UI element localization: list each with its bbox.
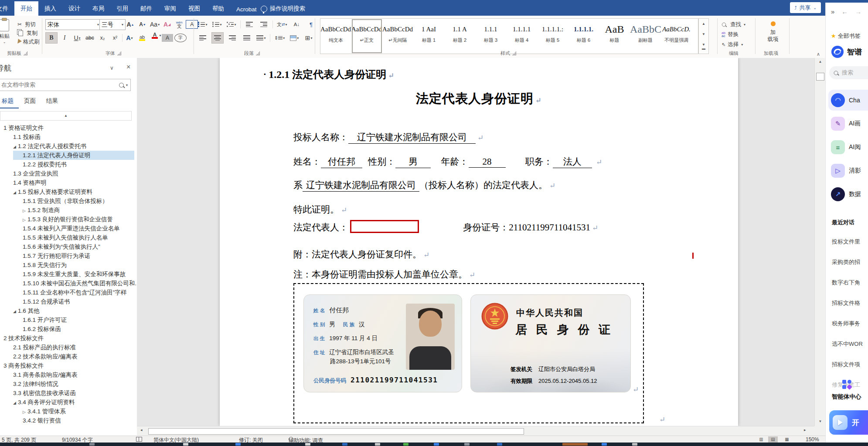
dialog-launcher-icon[interactable] [256, 51, 260, 55]
sidebar-app-read[interactable]: ≡AI阅 [828, 137, 868, 158]
tab-布局[interactable]: 布局 [86, 1, 110, 16]
zoom-level[interactable]: 150% [806, 436, 819, 443]
scroll-right-icon[interactable]: ▸ [804, 428, 806, 432]
nav-tree-item[interactable]: 1.2.1 法定代表人身份证明 [0, 151, 137, 160]
forward-icon[interactable]: → [855, 8, 861, 15]
nav-jump-top-button[interactable]: ▲ [0, 111, 132, 121]
replace-button[interactable]: abac替换 [722, 30, 745, 39]
sort-button[interactable]: A↓ [291, 19, 303, 30]
tab-视图[interactable]: 视图 [182, 1, 206, 16]
style-item[interactable]: 1.1.1.1标题 4 [506, 19, 537, 54]
collapse-arrow-icon[interactable]: ▷ [23, 218, 26, 222]
nav-tree-item[interactable]: 1.5.12 合规承诺书 [0, 297, 137, 306]
select-button[interactable]: ⇖选择▾ [722, 40, 745, 49]
taskbar-app-icon[interactable] [632, 443, 637, 446]
expand-arrow-icon[interactable]: ◢ [13, 309, 16, 314]
vertical-scroll-thumb[interactable] [816, 73, 824, 81]
chevron-down-icon[interactable]: ∨ [110, 65, 114, 71]
web-layout-button[interactable]: ▦ [782, 436, 792, 443]
nav-search-input[interactable]: 在文档中搜索 ▾ [0, 79, 131, 91]
collapse-ribbon-button[interactable]: ∧ [817, 51, 820, 57]
recent-chat-item[interactable]: 采购类的招 [832, 258, 868, 266]
decrease-indent-button[interactable] [244, 19, 255, 30]
superscript-button[interactable]: x² [109, 33, 121, 43]
nav-tree-item[interactable]: 3.3 机密信息接收承诺函 [0, 389, 137, 398]
nav-tab-结果[interactable]: 结果 [41, 95, 63, 108]
borders-button[interactable]: ⊞▾ [303, 33, 314, 43]
increase-indent-button[interactable] [258, 19, 269, 30]
cut-button[interactable]: ✂剪切 [17, 20, 40, 29]
style-item[interactable]: AaB标题 [599, 19, 630, 54]
multilevel-list-button[interactable]: ▾ [226, 19, 237, 30]
nav-tree-item[interactable]: 3 商务投标文件 [0, 361, 137, 370]
nav-tab-标题[interactable]: 标题 [0, 95, 19, 108]
nav-tree-item[interactable]: 2.2 技术条款响应/偏离表 [0, 352, 137, 361]
find-button[interactable]: 查找▾ [722, 20, 745, 29]
font-color-button[interactable]: A▾ [149, 33, 160, 43]
nav-tree-item[interactable]: ▷1.5.3 良好的银行资信和企业信誉 [0, 215, 137, 224]
recent-chat-item[interactable]: 税务师事务 [832, 320, 868, 328]
asian-layout-button[interactable]: 文⇄▾ [276, 19, 288, 30]
nav-tree-item[interactable]: 1.5.10 未被中国石油天然气集团有限公司和... [0, 279, 137, 288]
font-size-combo[interactable]: 三号▾ [99, 19, 126, 30]
numbering-button[interactable]: ▾ [211, 19, 223, 30]
taskbar-app-icon[interactable] [562, 443, 588, 446]
dialog-launcher-icon[interactable] [24, 51, 27, 55]
shrink-font-button[interactable]: A▼ [137, 19, 148, 30]
scroll-down-icon[interactable]: ▼ [815, 419, 826, 423]
collapse-arrow-icon[interactable]: ▷ [23, 209, 26, 213]
nav-tree-item[interactable]: ▷1.5.2 制造商 [0, 206, 137, 215]
taskbar-app-icon[interactable] [305, 443, 310, 446]
nav-tree-item[interactable]: 1.5.11 企业名称中不包含“辽河油田”字样 [0, 288, 137, 297]
collapse-arrow-icon[interactable]: ▷ [23, 410, 26, 414]
scroll-up-icon[interactable]: ▲ [815, 60, 826, 64]
underline-button[interactable]: U▾ [71, 33, 83, 43]
style-item[interactable]: 1.1 A标题 2 [444, 19, 475, 54]
italic-button[interactable]: I [59, 33, 70, 43]
agent-center-item[interactable]: 智能体中心 [832, 393, 861, 401]
taskbar-app-icon[interactable] [464, 443, 470, 446]
print-layout-button[interactable]: ▤ [768, 436, 778, 443]
dialog-launcher-icon[interactable] [512, 51, 516, 55]
strikethrough-button[interactable]: abc [84, 33, 95, 43]
nav-tree-item[interactable]: ◢3.4 商务评分证明资料 [0, 398, 137, 407]
close-icon[interactable]: × [126, 63, 130, 71]
align-center-button[interactable] [211, 32, 224, 44]
document-page[interactable]: ▪1.2.1 法定代表人身份证明↵ 法定代表人身份证明↵ 投标人名称：辽宁铁建水… [220, 58, 738, 426]
taskbar-app-icon[interactable] [497, 443, 502, 446]
nav-tree-item[interactable]: 1.5.7 无行贿犯罪行为承诺 [0, 251, 137, 260]
nav-tree-item[interactable]: 1.6.1 开户许可证 [0, 315, 137, 324]
style-item[interactable]: 1.1.1标题 3 [475, 19, 506, 54]
tab-引用[interactable]: 引用 [110, 1, 134, 16]
highlight-button[interactable]: ab [136, 33, 148, 43]
nav-tree-item[interactable]: ◢1.5 投标人资格要求证明资料 [0, 187, 137, 196]
expand-arrow-icon[interactable]: ◢ [13, 145, 16, 149]
sidebar-search-input[interactable]: 搜索 [829, 66, 868, 79]
recent-chat-item[interactable]: 选不中WOR [832, 340, 868, 348]
tab-审阅[interactable]: 审阅 [158, 1, 182, 16]
nav-tree-item[interactable]: 1 资格证明文件 [0, 123, 137, 132]
style-item[interactable]: 1.1.1.1.:标题 5 [537, 19, 568, 54]
tab-设计[interactable]: 设计 [62, 1, 86, 16]
read-mode-button[interactable]: ▥ [756, 436, 766, 443]
style-item[interactable]: AaBbCcDdI纯文本 [320, 19, 351, 54]
styles-gallery-scroll[interactable]: ▲▼▼▬ [698, 18, 709, 54]
paste-button[interactable]: 粘贴 ⌄ [0, 19, 13, 44]
sidebar-app-video[interactable]: ▷清影 [828, 160, 868, 181]
nav-tree-item[interactable]: ▷3.4.1 管理体系 [0, 407, 137, 416]
share-button[interactable]: ⤴ 共享 ⌄ [790, 2, 821, 13]
tab-开始[interactable]: 开始 [14, 1, 38, 16]
expand-arrow-icon[interactable]: ◢ [13, 190, 16, 195]
pinyin-guide-button[interactable]: wén文 [174, 19, 185, 30]
nav-tree-item[interactable]: ◢1.2 法定代表人授权委托书 [0, 142, 137, 151]
style-item[interactable]: 1.1.1.1.标题 6 [568, 19, 599, 54]
taskbar-app-icon[interactable] [602, 443, 607, 446]
bold-button[interactable]: B [45, 32, 58, 44]
format-painter-button[interactable]: 格式刷 [17, 37, 40, 46]
tab-邮件[interactable]: 邮件 [134, 1, 158, 16]
document-canvas[interactable]: ▪1.2.1 法定代表人身份证明↵ 法定代表人身份证明↵ 投标人名称：辽宁铁建水… [137, 58, 814, 426]
nav-tree-item[interactable]: 3.4.2 银行资信 [0, 416, 137, 425]
taskbar-app-icon[interactable] [183, 443, 188, 446]
add-ins-button[interactable]: 加载项 [759, 20, 786, 43]
horizontal-scrollbar[interactable]: ◂ ▸ [137, 426, 814, 436]
